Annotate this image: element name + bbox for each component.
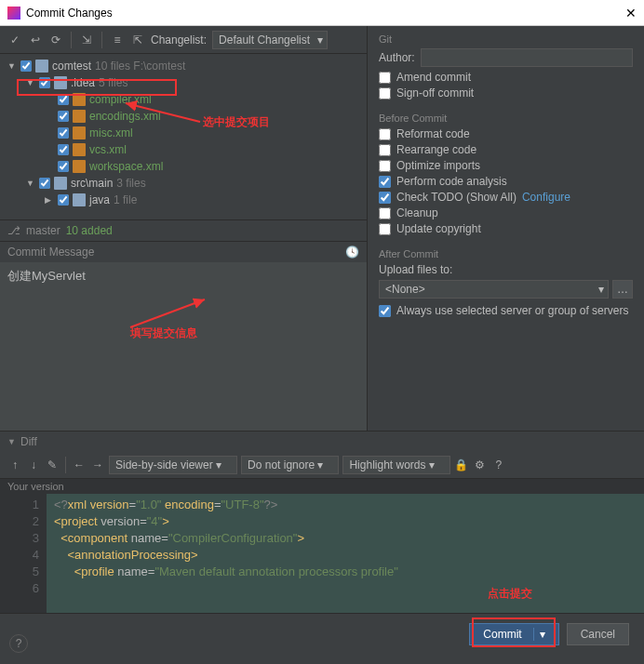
file-checkbox[interactable] — [58, 144, 69, 155]
commit-icon[interactable]: ✓ — [7, 33, 22, 47]
upload-select[interactable]: <None> — [379, 280, 609, 299]
configure-link[interactable]: Configure — [522, 191, 570, 204]
folder-icon — [35, 60, 48, 73]
rearrange-label: Rearrange code — [396, 143, 476, 156]
analysis-label: Perform code analysis — [396, 175, 507, 188]
expand-icon[interactable]: ⇲ — [79, 33, 94, 47]
tree-file[interactable]: compiler.xml — [0, 91, 367, 108]
signoff-checkbox[interactable] — [379, 87, 391, 100]
revert-icon[interactable]: ↩ — [28, 33, 43, 47]
tree-srcmain[interactable]: ▼ src\main 3 files — [0, 175, 367, 192]
history-icon[interactable]: 🕓 — [345, 246, 359, 259]
collapse-icon[interactable]: ⇱ — [130, 33, 145, 47]
help-button[interactable]: ? — [9, 634, 28, 653]
java-meta: 1 file — [114, 193, 137, 206]
diff-label: Diff — [20, 435, 37, 448]
upload-label: Upload files to: — [379, 263, 633, 276]
tree-idea[interactable]: ▼ .idea 5 files — [0, 74, 367, 91]
srcmain-name: src\main — [71, 177, 113, 190]
file-checkbox[interactable] — [58, 111, 69, 122]
help-icon[interactable]: ? — [491, 458, 506, 472]
diff-header[interactable]: ▼ Diff — [0, 431, 644, 452]
file-checkbox[interactable] — [58, 94, 69, 105]
commit-message-input[interactable] — [0, 262, 367, 432]
diff-toolbar: ↑ ↓ ✎ ← → Side-by-side viewer Do not ign… — [0, 452, 644, 478]
gear-icon[interactable]: ⚙ — [473, 458, 488, 472]
root-meta: 10 files F:\comtest — [95, 60, 185, 73]
commit-button[interactable]: Commit — [469, 623, 558, 645]
chevron-right-icon[interactable]: ▶ — [45, 195, 54, 205]
author-input[interactable] — [421, 48, 633, 67]
always-use-label: Always use selected server or group of s… — [396, 304, 628, 317]
amend-checkbox[interactable] — [379, 72, 391, 84]
root-checkbox[interactable] — [20, 60, 32, 72]
edit-icon[interactable]: ✎ — [45, 458, 60, 472]
rearrange-checkbox[interactable] — [379, 144, 391, 156]
srcmain-checkbox[interactable] — [39, 178, 50, 189]
your-version-label: Your version — [0, 478, 644, 494]
titlebar: Commit Changes ✕ — [0, 0, 644, 26]
refresh-icon[interactable]: ⟳ — [48, 33, 63, 47]
file-name: misc.xml — [89, 126, 133, 139]
reformat-checkbox[interactable] — [379, 128, 391, 140]
ignore-select[interactable]: Do not ignore — [241, 456, 339, 474]
cancel-button[interactable]: Cancel — [567, 623, 629, 645]
viewer-select[interactable]: Side-by-side viewer — [109, 456, 237, 474]
close-icon[interactable]: ✕ — [625, 6, 637, 20]
chevron-down-icon[interactable]: ▼ — [7, 437, 17, 446]
app-icon — [7, 7, 20, 20]
dialog-buttons: 点击提交 Commit Cancel — [0, 613, 644, 654]
prev-diff-icon[interactable]: ↑ — [7, 458, 22, 472]
analysis-checkbox[interactable] — [379, 176, 391, 188]
before-commit-label: Before Commit — [379, 113, 633, 124]
file-icon — [73, 126, 86, 139]
tree-file[interactable]: encodings.xml — [0, 108, 367, 125]
changelist-label: Changelist: — [151, 33, 207, 46]
folder-icon — [54, 177, 67, 190]
file-name: workspace.xml — [89, 160, 163, 173]
file-icon — [73, 143, 86, 156]
annotation-text: 填写提交信息 — [130, 325, 197, 341]
upload-browse-button[interactable]: … — [612, 280, 633, 299]
highlight-select[interactable]: Highlight words — [342, 456, 449, 474]
group-by-icon[interactable]: ≡ — [110, 33, 125, 47]
idea-checkbox[interactable] — [39, 77, 50, 88]
optimize-checkbox[interactable] — [379, 160, 391, 172]
commit-message-header: Commit Message 🕓 — [0, 241, 367, 262]
copyright-checkbox[interactable] — [379, 223, 391, 235]
optimize-label: Optimize imports — [396, 159, 480, 172]
prev-file-icon[interactable]: ← — [72, 458, 87, 472]
file-name: compiler.xml — [89, 93, 152, 106]
tree-file[interactable]: vcs.xml — [0, 141, 367, 158]
signoff-label: Sign-off commit — [396, 86, 474, 100]
todo-checkbox[interactable] — [379, 192, 391, 204]
file-name: encodings.xml — [89, 110, 161, 123]
code-area[interactable]: 123456 <?xml version="1.0" encoding="UTF… — [0, 494, 644, 613]
next-diff-icon[interactable]: ↓ — [26, 458, 41, 472]
always-use-checkbox[interactable] — [379, 305, 391, 317]
file-tree: ▼ comtest 10 files F:\comtest ▼ .idea 5 … — [0, 54, 367, 219]
file-checkbox[interactable] — [58, 161, 69, 172]
tree-file[interactable]: workspace.xml — [0, 158, 367, 175]
commit-message-label: Commit Message — [7, 246, 345, 259]
lock-icon[interactable]: 🔒 — [454, 458, 469, 472]
code-content[interactable]: <?xml version="1.0" encoding="UTF-8"?> <… — [47, 494, 644, 613]
branch-icon: ⎇ — [7, 224, 20, 237]
git-section-label: Git — [379, 33, 633, 45]
tree-root[interactable]: ▼ comtest 10 files F:\comtest — [0, 58, 367, 74]
file-icon — [73, 93, 86, 106]
file-name: vcs.xml — [89, 143, 127, 156]
tree-java[interactable]: ▶ java 1 file — [0, 192, 367, 208]
cleanup-checkbox[interactable] — [379, 207, 391, 219]
file-checkbox[interactable] — [58, 127, 69, 139]
next-file-icon[interactable]: → — [90, 458, 105, 472]
after-commit-label: After Commit — [379, 248, 633, 259]
chevron-down-icon[interactable]: ▼ — [26, 179, 35, 188]
java-name: java — [89, 193, 110, 206]
chevron-down-icon[interactable]: ▼ — [26, 78, 35, 87]
idea-meta: 5 files — [99, 76, 127, 89]
tree-file[interactable]: misc.xml — [0, 125, 367, 141]
changelist-select[interactable]: Default Changelist — [212, 31, 328, 49]
chevron-down-icon[interactable]: ▼ — [7, 61, 17, 71]
java-checkbox[interactable] — [58, 194, 69, 206]
